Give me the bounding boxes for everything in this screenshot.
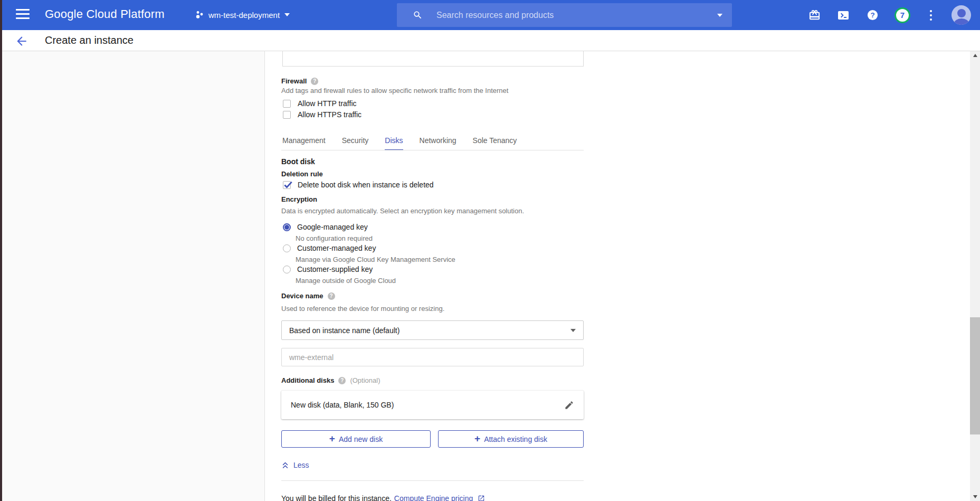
search-placeholder: Search resources and products <box>436 11 717 20</box>
pricing-link[interactable]: Compute Engine pricing <box>394 494 473 501</box>
google-managed-key-label: Google-managed key <box>297 223 368 231</box>
tab-sole-tenancy[interactable]: Sole Tenancy <box>473 136 517 150</box>
radio-customer-supplied-key[interactable]: Customer-supplied key <box>283 265 373 273</box>
avatar[interactable] <box>952 5 971 25</box>
radio-selected-icon <box>283 223 291 231</box>
tab-disks[interactable]: Disks <box>385 136 403 150</box>
plus-icon: + <box>329 433 335 445</box>
allow-https-checkbox[interactable]: Allow HTTPS traffic <box>283 110 361 119</box>
project-name: wm-test-deployment <box>208 11 280 20</box>
billing-note: You will be billed for this instance. Co… <box>281 494 485 501</box>
add-new-disk-button[interactable]: + Add new disk <box>281 430 431 448</box>
tabs-divider <box>281 150 584 150</box>
plus-icon: + <box>474 433 480 445</box>
customer-managed-key-note: Manage via Google Cloud Key Management S… <box>296 256 455 263</box>
encryption-label: Encryption <box>281 195 317 203</box>
device-name-description: Used to reference the device for mountin… <box>281 305 444 313</box>
disk-name-value: wme-external <box>289 353 334 362</box>
help-circle-icon[interactable]: ? <box>328 292 335 300</box>
external-link-icon <box>478 495 485 501</box>
scrollbar-thumb[interactable] <box>970 317 980 434</box>
checkbox-checked-icon <box>283 181 291 189</box>
firewall-description: Add tags and firewall rules to allow spe… <box>281 87 508 94</box>
tab-management[interactable]: Management <box>282 136 326 150</box>
chevron-down-icon <box>570 329 576 332</box>
less-toggle[interactable]: Less <box>281 461 309 469</box>
appbar-icon-group: ? 7 <box>807 0 971 30</box>
help-circle-icon[interactable]: ? <box>311 78 318 85</box>
notification-badge[interactable]: 7 <box>895 7 910 23</box>
optional-note: (Optional) <box>350 376 380 384</box>
additional-disk-card[interactable]: New disk (data, Blank, 150 GB) <box>281 391 584 419</box>
back-arrow-icon[interactable] <box>15 34 28 48</box>
help-icon[interactable]: ? <box>865 8 879 22</box>
delete-boot-disk-label: Delete boot disk when instance is delete… <box>298 181 434 189</box>
device-name-select[interactable]: Based on instance name (default) <box>281 320 584 340</box>
allow-http-label: Allow HTTP traffic <box>298 99 357 108</box>
boot-disk-title: Boot disk <box>281 157 315 166</box>
vertical-scrollbar[interactable] <box>970 51 980 501</box>
allow-https-label: Allow HTTPS traffic <box>298 110 361 119</box>
gcp-console-screen: Google Cloud Platform wm-test-deployment… <box>0 0 980 501</box>
search-chevron-down-icon[interactable] <box>717 14 722 17</box>
left-panel <box>2 51 265 501</box>
less-label: Less <box>293 461 309 469</box>
disk-name-input[interactable]: wme-external <box>281 348 584 366</box>
customer-supplied-key-note: Manage outside of Google Cloud <box>296 277 396 285</box>
radio-unselected-icon <box>283 266 291 273</box>
google-managed-key-note: No configuration required <box>296 234 373 242</box>
gift-icon[interactable] <box>807 8 821 22</box>
kebab-menu-icon[interactable] <box>926 10 936 21</box>
page-bar: Create an instance <box>0 30 980 51</box>
search-bar[interactable]: Search resources and products <box>397 3 732 27</box>
page-title: Create an instance <box>45 34 134 46</box>
additional-disks-label: Additional disks ? (Optional) <box>281 376 380 384</box>
encryption-description: Data is encrypted automatically. Select … <box>281 207 524 215</box>
scroll-down-arrow[interactable] <box>970 493 980 501</box>
add-new-disk-label: Add new disk <box>339 435 383 443</box>
edit-pencil-icon[interactable] <box>564 400 574 410</box>
cloud-shell-icon[interactable] <box>836 8 850 22</box>
help-circle-icon[interactable]: ? <box>338 377 346 384</box>
attach-existing-disk-button[interactable]: + Attach existing disk <box>438 430 584 448</box>
form-content: Firewall ? Add tags and firewall rules t… <box>281 0 584 501</box>
radio-unselected-icon <box>283 244 291 252</box>
radio-google-managed-key[interactable]: Google-managed key <box>283 223 368 231</box>
disk-settings-tabs: Management Security Disks Networking Sol… <box>282 136 517 150</box>
app-header: Google Cloud Platform wm-test-deployment… <box>0 0 980 30</box>
brand-title[interactable]: Google Cloud Platform <box>45 7 165 21</box>
disk-card-title: New disk (data, Blank, 150 GB) <box>291 401 564 409</box>
window-edge <box>0 0 2 501</box>
checkbox-unchecked-icon <box>283 100 291 108</box>
project-icon <box>195 11 204 19</box>
firewall-label-text: Firewall <box>281 77 307 85</box>
search-icon <box>413 10 423 20</box>
hamburger-menu-icon[interactable] <box>16 9 30 21</box>
project-selector[interactable]: wm-test-deployment <box>195 7 290 23</box>
scroll-up-arrow[interactable] <box>970 51 980 60</box>
additional-disks-label-text: Additional disks <box>281 376 334 384</box>
footer-divider <box>281 480 584 481</box>
device-name-label: Device name ? <box>281 292 335 300</box>
attach-existing-disk-label: Attach existing disk <box>484 435 547 443</box>
firewall-section-label: Firewall ? <box>281 77 318 85</box>
customer-supplied-key-label: Customer-supplied key <box>297 265 373 273</box>
radio-customer-managed-key[interactable]: Customer-managed key <box>283 244 376 252</box>
allow-http-checkbox[interactable]: Allow HTTP traffic <box>283 99 357 108</box>
billing-text: You will be billed for this instance. <box>281 494 392 501</box>
tab-security[interactable]: Security <box>342 136 369 150</box>
tab-networking[interactable]: Networking <box>420 136 456 150</box>
collapse-less-icon <box>281 461 289 469</box>
device-name-select-value: Based on instance name (default) <box>289 326 570 335</box>
checkbox-unchecked-icon <box>283 111 291 119</box>
svg-text:?: ? <box>870 11 874 19</box>
deletion-rule-label: Deletion rule <box>281 170 323 178</box>
customer-managed-key-label: Customer-managed key <box>297 244 376 252</box>
device-name-label-text: Device name <box>281 292 324 300</box>
delete-boot-disk-checkbox[interactable]: Delete boot disk when instance is delete… <box>283 181 434 189</box>
chevron-down-icon <box>284 13 290 16</box>
